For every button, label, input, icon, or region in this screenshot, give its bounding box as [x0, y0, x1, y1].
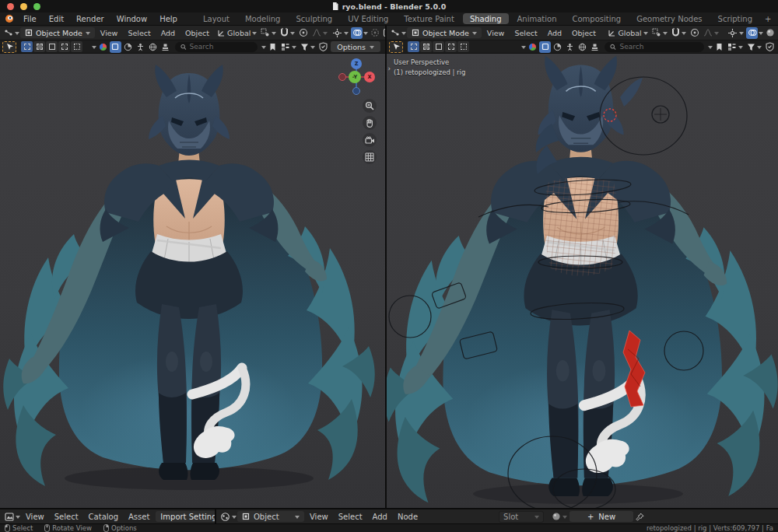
gizmo-x-ball[interactable]: X [364, 72, 375, 82]
proportional-edit-toggle[interactable] [299, 28, 308, 37]
filter-dropdown[interactable] [300, 43, 315, 51]
snap-toggle[interactable] [280, 28, 295, 37]
menu-edit[interactable]: Edit [43, 15, 70, 23]
menu-file[interactable]: File [17, 15, 43, 23]
new-material-button[interactable]: + New [569, 511, 633, 522]
viewport-menu-select[interactable]: Select [510, 29, 541, 37]
material-preview-sphere-icon[interactable] [527, 41, 538, 53]
select-mode-subtract-button[interactable] [433, 41, 444, 52]
minimize-window-button[interactable] [20, 3, 27, 10]
viewport-right-canvas[interactable]: User Perspective (1) retopologized | rig… [387, 54, 778, 508]
shield-check-icon[interactable] [764, 41, 776, 53]
shading-slot-toggle[interactable] [110, 41, 121, 53]
asset-menu-select[interactable]: Select [50, 513, 83, 521]
tab-geometry-nodes[interactable]: Geometry Nodes [629, 13, 709, 24]
camera-view-button[interactable] [363, 133, 377, 147]
pan-button[interactable] [363, 116, 377, 130]
viewport-menu-view[interactable]: View [96, 29, 123, 37]
chevron-down-icon[interactable] [363, 32, 368, 37]
gizmo-dropdown[interactable] [727, 28, 744, 38]
select-mode-new-button[interactable] [21, 41, 33, 52]
material-slot-dropdown[interactable]: Slot [499, 511, 544, 523]
viewport-menu-object[interactable]: Object [567, 29, 601, 37]
stamp-icon[interactable] [159, 41, 171, 53]
mode-dropdown[interactable]: Object Mode [20, 27, 95, 38]
zoom-button[interactable] [363, 99, 377, 113]
chevron-down-icon[interactable] [232, 516, 237, 521]
perspective-toggle-button[interactable] [363, 150, 377, 164]
zoom-window-button[interactable] [33, 3, 40, 10]
shader-editor-icon[interactable] [219, 511, 231, 523]
transform-orientation-dropdown[interactable]: Global [608, 29, 647, 37]
material-preview-sphere-icon[interactable] [97, 41, 109, 53]
select-mode-intersect-button[interactable] [457, 41, 469, 52]
viewport-left-canvas[interactable]: Z X -Y [0, 54, 385, 508]
gizmo-neg-x-ball[interactable] [338, 73, 346, 81]
select-mode-invert-button[interactable] [445, 41, 457, 52]
viewport-menu-add[interactable]: Add [543, 29, 566, 37]
chevron-down-icon[interactable] [15, 32, 19, 37]
pivot-point-dropdown[interactable] [652, 28, 668, 37]
area-split-handle[interactable]: ‹› [387, 65, 391, 72]
shader-menu-node[interactable]: Node [393, 513, 422, 521]
mode-dropdown[interactable]: Object Mode [407, 27, 482, 38]
material-browse-dropdown[interactable] [552, 512, 567, 521]
asset-menu-view[interactable]: View [21, 513, 49, 521]
accessibility-icon[interactable] [135, 41, 146, 53]
shader-menu-select[interactable]: Select [334, 513, 367, 521]
editor-type-icon[interactable] [389, 27, 401, 39]
active-tool-button[interactable] [389, 41, 403, 53]
shader-menu-add[interactable]: Add [368, 513, 392, 521]
tab-modeling[interactable]: Modeling [238, 13, 288, 24]
shader-menu-view[interactable]: View [305, 513, 333, 521]
asset-browser-icon[interactable] [3, 511, 15, 523]
tab-compositing[interactable]: Compositing [565, 13, 628, 24]
shading-slot-toggle[interactable] [539, 41, 551, 53]
overlays-toggle[interactable] [746, 27, 758, 39]
tab-sculpting[interactable]: Sculpting [289, 13, 339, 24]
import-settings-dropdown[interactable]: Import Settings [156, 511, 216, 522]
shader-type-dropdown[interactable]: Object [237, 511, 304, 522]
search-box[interactable] [175, 42, 258, 52]
gizmo-neg-y-ball[interactable]: -Y [349, 71, 361, 83]
viewport-shading-material-icon[interactable] [764, 27, 776, 39]
tab-shading[interactable]: Shading [463, 13, 509, 24]
chevron-down-icon[interactable] [261, 46, 266, 51]
display-mode-dropdown[interactable] [727, 43, 743, 51]
menu-help[interactable]: Help [153, 15, 184, 23]
search-box[interactable] [605, 42, 704, 52]
pie-display-icon[interactable] [552, 41, 563, 53]
globe-icon[interactable] [147, 41, 159, 53]
transform-orientation-dropdown[interactable]: Global [217, 29, 257, 37]
pin-icon[interactable] [634, 511, 646, 523]
chevron-down-icon[interactable] [401, 32, 406, 37]
tab-layout[interactable]: Layout [196, 13, 237, 24]
overlays-toggle[interactable] [351, 27, 363, 39]
asset-menu-asset[interactable]: Asset [124, 513, 154, 521]
search-input[interactable] [619, 43, 699, 51]
bookmark-icon[interactable] [713, 41, 725, 53]
search-input[interactable] [190, 43, 253, 51]
select-mode-extend-button[interactable] [420, 41, 432, 52]
snap-toggle[interactable] [671, 28, 686, 37]
navigation-gizmo[interactable]: Z X -Y [338, 58, 375, 96]
tab-uv-editing[interactable]: UV Editing [341, 13, 395, 24]
bookmark-icon[interactable] [267, 41, 279, 53]
options-dropdown[interactable]: Options [331, 41, 380, 52]
viewport-menu-select[interactable]: Select [123, 29, 155, 37]
shield-check-icon[interactable] [317, 41, 329, 53]
close-window-button[interactable] [7, 3, 14, 10]
viewport-menu-add[interactable]: Add [156, 29, 180, 37]
editor-type-icon[interactable] [2, 27, 14, 39]
tab-texture-paint[interactable]: Texture Paint [397, 13, 461, 24]
asset-menu-catalog[interactable]: Catalog [84, 513, 123, 521]
pie-display-icon[interactable] [122, 41, 134, 53]
menu-window[interactable]: Window [110, 15, 153, 23]
globe-icon[interactable] [576, 41, 588, 53]
tab-scripting[interactable]: Scripting [711, 13, 759, 24]
menu-render[interactable]: Render [70, 15, 110, 23]
falloff-dropdown[interactable] [312, 28, 328, 37]
falloff-dropdown[interactable] [703, 28, 719, 37]
filter-dropdown[interactable] [747, 43, 762, 51]
xray-toggle[interactable] [369, 27, 380, 39]
